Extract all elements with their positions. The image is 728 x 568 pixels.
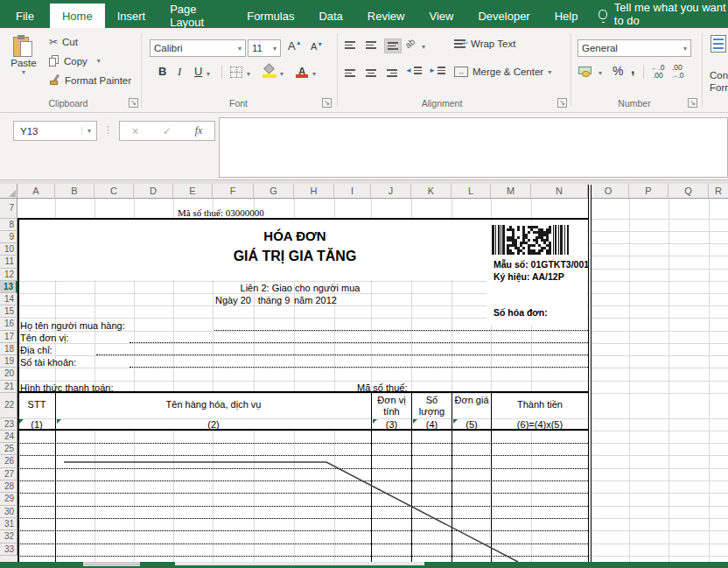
cell-date-year[interactable]: năm 2012 <box>294 295 336 306</box>
name-box-dropdown[interactable]: ▾ <box>81 127 96 135</box>
row-header-27[interactable]: 27 <box>0 468 18 480</box>
merge-center-dropdown[interactable]: ▾ <box>548 68 551 76</box>
column-header-G[interactable]: G <box>254 184 294 199</box>
invoice-copy-line[interactable]: Liên 2: Giao cho người mua <box>213 283 388 294</box>
align-right-button[interactable] <box>384 67 400 80</box>
number-dialog-launcher[interactable]: ↘ <box>688 98 697 108</box>
row-header-22[interactable]: 22 <box>0 393 18 418</box>
row-header-10[interactable]: 10 <box>0 243 18 256</box>
column-header-M[interactable]: M <box>491 184 531 199</box>
font-name-dropdown[interactable]: ▾ <box>238 45 242 53</box>
align-left-button[interactable] <box>342 67 358 80</box>
font-size-dropdown[interactable]: ▾ <box>273 45 276 53</box>
cell-tax-code-top[interactable]: Mã số thuế: 03000000 <box>178 207 264 219</box>
row-header-19[interactable]: 19 <box>0 355 18 368</box>
tab-review[interactable]: Review <box>355 4 417 28</box>
tab-developer[interactable]: Developer <box>466 4 542 28</box>
column-header-I[interactable]: I <box>334 184 371 199</box>
grow-font-button[interactable]: A▲ <box>288 39 302 53</box>
formula-input[interactable] <box>219 117 728 178</box>
orientation-button[interactable]: ab <box>403 37 417 51</box>
tab-insert[interactable]: Insert <box>105 4 158 28</box>
fill-color-button[interactable] <box>262 65 276 78</box>
borders-icon[interactable] <box>230 67 242 78</box>
number-format-dropdown[interactable]: ▾ <box>683 45 687 53</box>
cut-button[interactable]: ✂ Cut <box>49 36 78 48</box>
conditional-formatting-button[interactable]: Con <box>710 70 728 81</box>
underline-button[interactable]: U <box>194 65 202 78</box>
name-box[interactable]: Y13 ▾ <box>13 121 97 141</box>
row-header-13[interactable]: 13 <box>0 281 18 293</box>
bold-button[interactable]: B <box>158 65 166 78</box>
enter-icon[interactable]: ✓ <box>163 125 172 137</box>
tell-me-box[interactable]: Tell me what you want to do <box>598 0 728 28</box>
tab-formulas[interactable]: Formulas <box>234 4 306 28</box>
italic-button[interactable]: I <box>178 65 181 79</box>
bottom-align-button[interactable] <box>384 39 402 53</box>
row-header-11[interactable]: 11 <box>0 256 18 269</box>
paste-dropdown[interactable]: ▾ <box>5 68 42 76</box>
font-name-combo[interactable]: Calibri▾ <box>150 39 246 57</box>
row-header-23[interactable]: 23 <box>0 418 18 431</box>
font-color-button[interactable]: A <box>296 63 308 79</box>
column-header-N[interactable]: N <box>531 184 588 199</box>
column-header-O[interactable]: O <box>588 184 629 199</box>
fill-color-dropdown[interactable]: ▾ <box>280 70 284 78</box>
column-header-H[interactable]: H <box>294 184 334 199</box>
accounting-dropdown[interactable]: ▾ <box>598 69 602 77</box>
paste-button[interactable]: Paste ▾ <box>5 33 42 96</box>
row-header-8[interactable]: 8 <box>0 219 18 231</box>
row-header-7[interactable]: 7 <box>0 199 18 219</box>
column-header-Q[interactable]: Q <box>668 184 709 199</box>
row-header-15[interactable]: 15 <box>0 305 18 318</box>
column-header-K[interactable]: K <box>411 184 452 199</box>
row-header-28[interactable]: 28 <box>0 480 18 493</box>
cancel-icon[interactable]: × <box>132 124 139 138</box>
row-header-17[interactable]: 17 <box>0 331 18 343</box>
column-header-C[interactable]: C <box>94 184 134 199</box>
merge-center-button[interactable]: ↔ Merge & Center ▾ <box>454 67 551 77</box>
column-header-A[interactable]: A <box>18 184 55 199</box>
tab-file[interactable]: File <box>0 4 50 28</box>
wrap-text-button[interactable]: ↵ Wrap Text <box>454 39 515 49</box>
decrease-indent-icon[interactable]: ◄ <box>405 67 422 74</box>
align-center-button[interactable] <box>363 67 379 80</box>
column-header-D[interactable]: D <box>134 184 173 199</box>
row-header-18[interactable]: 18 <box>0 343 18 355</box>
middle-align-button[interactable] <box>363 39 379 53</box>
row-header-30[interactable]: 30 <box>0 506 18 518</box>
top-align-button[interactable] <box>342 39 358 53</box>
row-header-33[interactable]: 33 <box>0 543 18 556</box>
row-header-16[interactable]: 16 <box>0 318 18 331</box>
column-header-B[interactable]: B <box>55 184 94 199</box>
insert-function-icon[interactable]: fx <box>195 124 203 137</box>
percent-style-button[interactable]: % <box>612 64 623 78</box>
copy-dropdown[interactable]: ▾ <box>97 57 101 65</box>
tab-help[interactable]: Help <box>542 4 591 28</box>
font-color-dropdown[interactable]: ▾ <box>312 70 316 78</box>
font-dialog-launcher[interactable]: ↘ <box>322 98 332 108</box>
cell-account-label[interactable]: Số tài khoản: <box>20 357 76 368</box>
tab-home[interactable]: Home <box>50 4 105 28</box>
row-header-24[interactable]: 24 <box>0 431 18 443</box>
increase-indent-icon[interactable]: ► <box>429 67 445 74</box>
format-painter-button[interactable]: Format Painter <box>49 74 131 86</box>
underline-dropdown[interactable]: ▾ <box>206 70 210 78</box>
row-header-20[interactable]: 20 <box>0 368 18 381</box>
column-header-L[interactable]: L <box>452 184 491 199</box>
decrease-decimal-button[interactable]: .00→.0 <box>670 64 684 80</box>
tab-page-layout[interactable]: Page Layout <box>158 4 234 28</box>
clipboard-dialog-launcher[interactable]: ↘ <box>129 98 138 108</box>
tab-view[interactable]: View <box>416 4 466 28</box>
column-header-R[interactable]: R <box>709 184 728 199</box>
row-header-12[interactable]: 12 <box>0 269 18 281</box>
increase-decimal-button[interactable]: ←.0.00 <box>651 64 665 80</box>
font-size-combo[interactable]: 11▾ <box>248 39 281 57</box>
cell-date-day[interactable]: Ngày 20 <box>213 295 254 306</box>
alignment-dialog-launcher[interactable]: ↘ <box>557 98 567 108</box>
formula-bar-splitter[interactable]: ⋮ <box>103 124 113 136</box>
shrink-font-button[interactable]: A▼ <box>311 41 323 52</box>
column-header-J[interactable]: J <box>371 184 411 199</box>
column-header-E[interactable]: E <box>173 184 213 199</box>
cell-date-month[interactable]: tháng 9 <box>254 295 294 306</box>
